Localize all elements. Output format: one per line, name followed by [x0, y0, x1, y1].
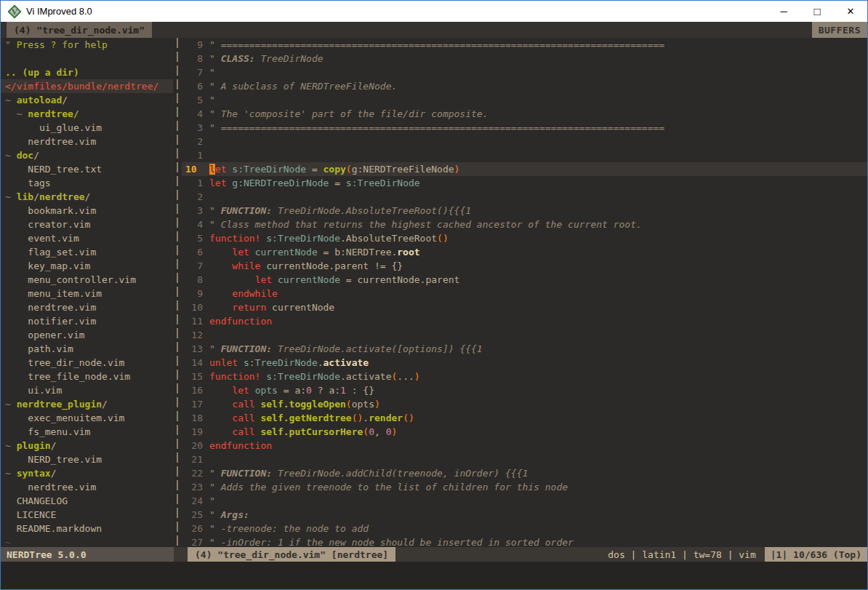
nerdtree-row[interactable]: NERD_tree.vim [1, 453, 173, 466]
editor-line[interactable]: 3" =====================================… [182, 121, 867, 135]
syntax-token: ) [454, 164, 460, 175]
nerdtree-row[interactable]: tree_file_node.vim [1, 370, 173, 383]
syntax-token: / [33, 191, 39, 202]
editor-line[interactable]: 19 call self.putCursorHere(0, 0) [182, 425, 867, 439]
line-number: 12 [182, 328, 209, 342]
nerdtree-row[interactable]: opener.vim [1, 328, 173, 342]
nerdtree-row[interactable]: ~ nerdtree_plugin/ [1, 397, 173, 411]
nerdtree-row[interactable]: " Press ? for help [1, 38, 173, 52]
nerdtree-row[interactable]: tags [1, 176, 173, 190]
close-button[interactable]: ✕ [834, 1, 867, 22]
nerdtree-row[interactable]: event.vim [1, 231, 173, 245]
syntax-token: LICENCE [5, 509, 56, 520]
syntax-token: function! [209, 371, 260, 382]
editor-line[interactable]: 2 [182, 135, 867, 148]
editor-line[interactable]: 9" =====================================… [182, 38, 867, 52]
nerdtree-row[interactable]: bookmark.vim [1, 204, 173, 218]
window-split-separator[interactable] [173, 38, 182, 547]
syntax-token: / [62, 95, 68, 105]
editor-line[interactable]: 12 [182, 328, 867, 342]
nerdtree-row[interactable]: nerdtree.vim [1, 300, 173, 314]
nerdtree-row[interactable]: LICENCE [1, 508, 173, 522]
editor-line[interactable]: 6 let currentNode = b:NERDTree.root [182, 245, 867, 259]
nerdtree-row[interactable]: .. (up a dir) [1, 65, 173, 79]
editor-line[interactable]: 18 call self.getNerdtree().render() [182, 411, 867, 425]
nerdtree-row[interactable]: NERD_tree.txt [1, 162, 173, 176]
code-text: unlet s:TreeDirNode.activate [209, 356, 867, 370]
syntax-token: FUNCTION: [221, 205, 272, 216]
editor-line[interactable]: 4" Class method that returns the highest… [182, 218, 867, 231]
nerdtree-row[interactable]: notifier.vim [1, 314, 173, 328]
syntax-token: ) [374, 399, 380, 410]
editor-line[interactable]: 11endfunction [182, 314, 867, 328]
maximize-button[interactable]: □ [800, 1, 834, 22]
nerdtree-row[interactable]: ~ [1, 535, 173, 547]
minimize-button[interactable]: ─ [767, 1, 800, 22]
nerdtree-row[interactable]: tree_dir_node.vim [1, 356, 173, 370]
nerdtree-row[interactable]: ui_glue.vim [1, 121, 173, 135]
editor-line[interactable]: 8" CLASS: TreeDirNode [182, 52, 867, 65]
editor-line[interactable]: 1 [182, 148, 867, 162]
editor-line[interactable]: 5function! s:TreeDirNode.AbsoluteTreeRoo… [182, 231, 867, 245]
syntax-token: event.vim [5, 233, 79, 244]
editor-line[interactable]: 24" [182, 494, 867, 508]
editor-line[interactable]: 3" FUNCTION: TreeDirNode.AbsoluteTreeRoo… [182, 204, 867, 218]
nerdtree-row[interactable]: README.markdown [1, 522, 173, 535]
editor-line[interactable]: 7 while currentNode.parent != {} [182, 259, 867, 273]
nerdtree-row[interactable]: menu_item.vim [1, 287, 173, 300]
editor-line[interactable]: 14unlet s:TreeDirNode.activate [182, 356, 867, 370]
editor-line[interactable]: 17 call self.toggleOpen(opts) [182, 397, 867, 411]
line-number: 7 [182, 65, 209, 79]
editor-line[interactable]: 6" A subclass of NERDTreeFileNode. [182, 79, 867, 93]
editor-line[interactable]: 25" Args: [182, 508, 867, 522]
nerdtree-row[interactable]: ~ nerdtree/ [1, 107, 173, 121]
nerdtree-row[interactable]: ~ syntax/ [1, 466, 173, 480]
nerdtree-root-row[interactable]: </vimfiles/bundle/nerdtree/ [1, 79, 173, 93]
nerdtree-row[interactable]: ~ autoload/ [1, 93, 173, 107]
editor-line[interactable]: 15function! s:TreeDirNode.activate(...) [182, 370, 867, 383]
nerdtree-row[interactable]: exec_menuitem.vim [1, 411, 173, 425]
nerdtree-row[interactable]: fs_menu.vim [1, 425, 173, 439]
code-text: let s:TreeDirNode = copy(g:NERDTreeFileN… [209, 162, 867, 176]
editor-line[interactable]: 1let g:NERDTreeDirNode = s:TreeDirNode [182, 176, 867, 190]
syntax-token: () [352, 412, 363, 423]
editor-line[interactable]: 13" FUNCTION: TreeDirNode.activate([opti… [182, 342, 867, 356]
editor-line[interactable]: 23" Adds the given treenode to the list … [182, 480, 867, 494]
nerdtree-row[interactable]: ~ plugin/ [1, 439, 173, 453]
editor-line[interactable]: 5" [182, 93, 867, 107]
editor-line[interactable]: 10 return currentNode [182, 300, 867, 314]
nerdtree-row[interactable] [1, 52, 173, 65]
syntax-token: Args: [221, 509, 249, 520]
editor-line[interactable]: 22" FUNCTION: TreeDirNode.addChild(treen… [182, 466, 867, 480]
nerdtree-row[interactable]: ui.vim [1, 383, 173, 397]
statusline-spacer [395, 547, 608, 562]
editor-line[interactable]: 4" The 'composite' part of the file/dir … [182, 107, 867, 121]
editor-line[interactable]: 26" -treenode: the node to add [182, 522, 867, 535]
command-line[interactable] [1, 562, 867, 589]
nerdtree-row[interactable]: ~ lib/nerdtree/ [1, 190, 173, 204]
line-number: 2 [182, 135, 209, 148]
nerdtree-row[interactable]: path.vim [1, 342, 173, 356]
syntax-token: README.markdown [5, 523, 102, 534]
editor-line[interactable]: 20endfunction [182, 439, 867, 453]
tab-tree-dir-node[interactable]: (4) "tree_dir_node.vim" [7, 22, 152, 38]
editor-line[interactable]: 16 let opts = a:0 ? a:1 : {} [182, 383, 867, 397]
nerdtree-row[interactable]: menu_controller.vim [1, 273, 173, 287]
nerdtree-row[interactable]: nerdtree.vim [1, 480, 173, 494]
editor-line[interactable]: 9 endwhile [182, 287, 867, 300]
nerdtree-row[interactable]: nerdtree.vim [1, 135, 173, 148]
editor-line[interactable]: 27" -inOrder: 1 if the new node should b… [182, 535, 867, 547]
editor-line[interactable]: 8 let currentNode = currentNode.parent [182, 273, 867, 287]
syntax-token: ~ [5, 150, 17, 161]
editor-line[interactable]: 21 [182, 453, 867, 466]
nerdtree-row[interactable]: key_map.vim [1, 259, 173, 273]
status-line: NERDTree 5.0.0 (4) "tree_dir_node.vim" [… [1, 547, 867, 562]
svg-text:V: V [12, 7, 17, 16]
editor-line[interactable]: 7" [182, 65, 867, 79]
nerdtree-row[interactable]: ~ doc/ [1, 148, 173, 162]
nerdtree-row[interactable]: creator.vim [1, 218, 173, 231]
editor-line[interactable]: 2 [182, 190, 867, 204]
nerdtree-row[interactable]: CHANGELOG [1, 494, 173, 508]
nerdtree-row[interactable]: flag_set.vim [1, 245, 173, 259]
editor-current-line[interactable]: 10let s:TreeDirNode = copy(g:NERDTreeFil… [182, 162, 867, 176]
